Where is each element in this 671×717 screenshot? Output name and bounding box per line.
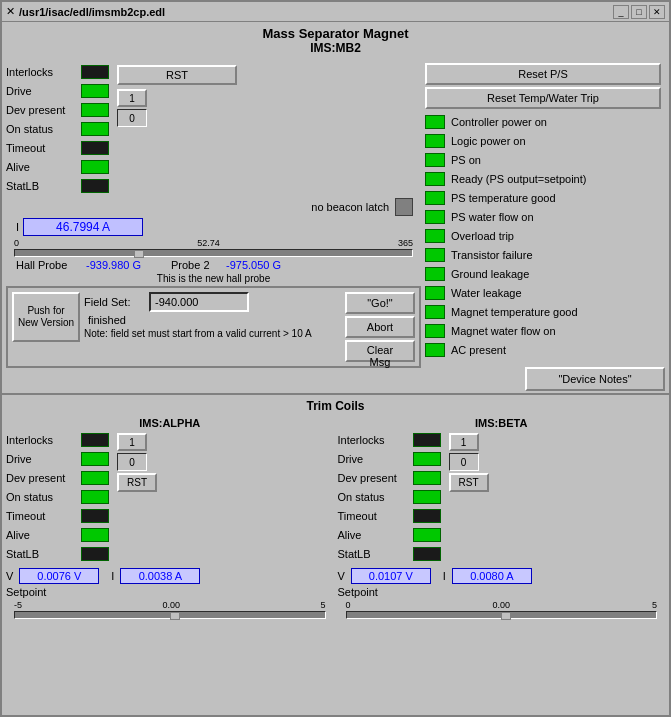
main-window: ✕ /usr1/isac/edl/imsmb2cp.edl _ □ ✕ Mass… <box>0 0 671 717</box>
slider-max: 365 <box>398 238 413 248</box>
rst-area: RST 1 0 <box>117 65 237 127</box>
field-section: Push for New Version Field Set: finished… <box>6 286 421 368</box>
beta-onstatus-label: On status <box>338 491 413 503</box>
status-row: Overload trip <box>425 227 665 245</box>
beta-controls: 1 0 RST <box>449 433 489 564</box>
maximize-button[interactable]: □ <box>631 5 647 19</box>
main-title: Mass Separator Magnet <box>6 26 665 41</box>
minimize-button[interactable]: _ <box>613 5 629 19</box>
status-label-0: Controller power on <box>451 116 547 128</box>
indicator-row-timeout: Timeout <box>6 139 113 157</box>
status-light-9 <box>425 286 445 300</box>
field-set-row: Field Set: <box>84 292 341 312</box>
device-notes-button[interactable]: "Device Notes" <box>525 367 665 391</box>
status-light-11 <box>425 324 445 338</box>
beta-alive-light <box>413 528 441 542</box>
probe-note: This is the new hall probe <box>6 273 421 284</box>
title-bar: ✕ /usr1/isac/edl/imsmb2cp.edl _ □ ✕ <box>2 2 669 22</box>
beta-title: IMS:BETA <box>338 417 666 429</box>
slider-thumb <box>134 250 144 258</box>
interlocks-light <box>81 65 109 79</box>
onstatus-label: On status <box>6 123 81 135</box>
beta-sp-mid: 0.00 <box>492 600 510 610</box>
close-button[interactable]: ✕ <box>649 5 665 19</box>
field-set-input[interactable] <box>149 292 249 312</box>
reset-ps-button[interactable]: Reset P/S <box>425 63 661 85</box>
clear-msg-button[interactable]: Clear Msg <box>345 340 415 362</box>
indicator-row-interlocks: Interlocks <box>6 63 113 81</box>
alpha-interlocks-light <box>81 433 109 447</box>
status-label-2: PS on <box>451 154 481 166</box>
beta-devpresent-label: Dev present <box>338 472 413 484</box>
push-new-version-button[interactable]: Push for New Version <box>12 292 80 342</box>
sub-title: IMS:MB2 <box>6 41 665 55</box>
alpha-num1: 1 <box>117 433 147 451</box>
reset-temp-button[interactable]: Reset Temp/Water Trip <box>425 87 661 109</box>
beacon-label: no beacon latch <box>311 201 389 213</box>
close-icon: ✕ <box>6 5 15 18</box>
status-light-10 <box>425 305 445 319</box>
interlocks-label: Interlocks <box>6 66 81 78</box>
probe2-label: Probe 2 <box>171 259 226 271</box>
alpha-slider-labels: -5 0.00 5 <box>14 600 326 610</box>
status-light-1 <box>425 134 445 148</box>
statlb-light <box>81 179 109 193</box>
alive-label: Alive <box>6 161 81 173</box>
note-text: Note: field set must start from a valid … <box>84 328 341 339</box>
status-label-8: Ground leakage <box>451 268 529 280</box>
alpha-slider[interactable] <box>14 611 326 619</box>
beta-sp-max: 5 <box>652 600 657 610</box>
finished-text: finished <box>84 314 341 326</box>
beta-slider-area: 0 0.00 5 <box>346 600 658 619</box>
indicator-row-onstatus: On status <box>6 120 113 138</box>
alpha-statlb-row: StatLB <box>6 545 113 563</box>
alpha-interlocks-label: Interlocks <box>6 434 81 446</box>
beta-alive-label: Alive <box>338 529 413 541</box>
alpha-onstatus-row: On status <box>6 488 113 506</box>
beta-slider-labels: 0 0.00 5 <box>346 600 658 610</box>
alpha-v-value: 0.0076 V <box>19 568 99 584</box>
alpha-rst-button[interactable]: RST <box>117 473 157 492</box>
beta-onstatus-light <box>413 490 441 504</box>
alpha-timeout-label: Timeout <box>6 510 81 522</box>
hall-probe-value: -939.980 G <box>86 259 171 271</box>
rst-button[interactable]: RST <box>117 65 237 85</box>
devpresent-label: Dev present <box>6 104 81 116</box>
status-label-5: PS water flow on <box>451 211 534 223</box>
beta-i-label: I <box>443 570 446 582</box>
beta-timeout-label: Timeout <box>338 510 413 522</box>
status-row: PS water flow on <box>425 208 665 226</box>
alpha-i-label: I <box>111 570 114 582</box>
status-label-6: Overload trip <box>451 230 514 242</box>
slider-labels: 0 52.74 365 <box>14 238 413 248</box>
alpha-drive-label: Drive <box>6 453 81 465</box>
beta-statlb-label: StatLB <box>338 548 413 560</box>
beta-column: IMS:BETA Interlocks Drive Dev present <box>338 417 666 621</box>
beta-setpoint-label: Setpoint <box>338 586 388 598</box>
status-light-6 <box>425 229 445 243</box>
alpha-title: IMS:ALPHA <box>6 417 334 429</box>
beta-alive-row: Alive <box>338 526 445 544</box>
beta-v-value: 0.0107 V <box>351 568 431 584</box>
status-light-7 <box>425 248 445 262</box>
alpha-sp-mid: 0.00 <box>162 600 180 610</box>
alpha-vi-row: V 0.0076 V I 0.0038 A <box>6 568 334 584</box>
slider-track[interactable] <box>14 249 413 257</box>
field-middle: Field Set: finished Note: field set must… <box>84 292 341 339</box>
abort-button[interactable]: Abort <box>345 316 415 338</box>
current-display: I 46.7994 A <box>6 218 421 236</box>
devpresent-light <box>81 103 109 117</box>
status-light-4 <box>425 191 445 205</box>
go-button[interactable]: "Go!" <box>345 292 415 314</box>
beta-i-value: 0.0080 A <box>452 568 532 584</box>
beta-statlb-row: StatLB <box>338 545 445 563</box>
drive-label: Drive <box>6 85 81 97</box>
slider-area: 0 52.74 365 <box>14 238 413 257</box>
beta-slider[interactable] <box>346 611 658 619</box>
indicator-row-alive: Alive <box>6 158 113 176</box>
alpha-indicators-area: Interlocks Drive Dev present On sta <box>6 431 334 564</box>
status-light-0 <box>425 115 445 129</box>
beta-rst-button[interactable]: RST <box>449 473 489 492</box>
slider-mid: 52.74 <box>197 238 220 248</box>
num0-display: 0 <box>117 109 147 127</box>
